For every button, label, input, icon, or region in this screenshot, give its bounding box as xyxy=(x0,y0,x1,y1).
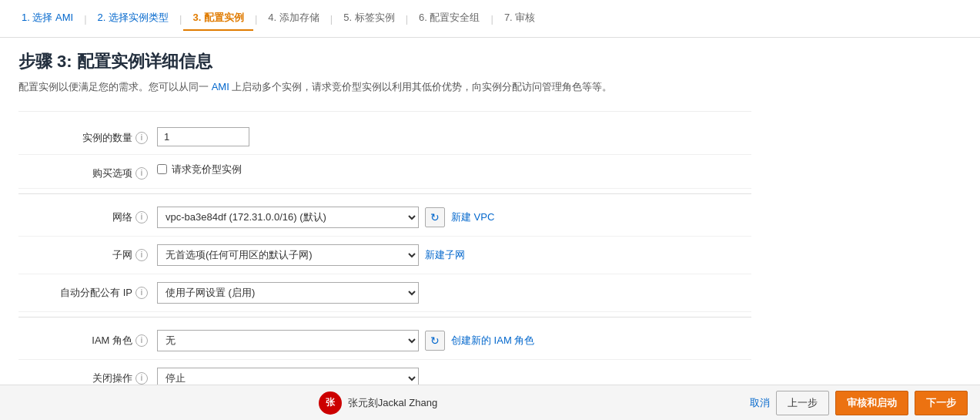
network-info-icon[interactable]: i xyxy=(135,211,148,223)
section-divider xyxy=(18,193,751,194)
iam-role-select[interactable]: 无 xyxy=(157,330,419,351)
page-title: 步骤 3: 配置实例详细信息 xyxy=(18,50,751,73)
instance-count-info-icon[interactable]: i xyxy=(135,132,148,144)
purchase-option-label: 购买选项 i xyxy=(18,163,157,180)
review-launch-button[interactable]: 审核和启动 xyxy=(835,391,908,415)
subnet-select[interactable]: 无首选项(任何可用区的默认子网) xyxy=(157,244,419,266)
instance-count-label: 实例的数量 i xyxy=(18,127,157,145)
step-7[interactable]: 7. 审核 xyxy=(495,6,544,31)
new-vpc-link[interactable]: 新建 VPC xyxy=(451,210,494,224)
auto-assign-ip-info-icon[interactable]: i xyxy=(135,287,148,299)
step-5[interactable]: 5. 标签实例 xyxy=(334,6,403,31)
configure-form: 实例的数量 i 购买选项 i 请求竞价型实例 xyxy=(18,111,751,420)
step-sep-6: | xyxy=(489,13,494,25)
instance-count-row: 实例的数量 i xyxy=(18,119,751,155)
shutdown-behavior-info-icon[interactable]: i xyxy=(135,372,148,385)
user-info-section: 张 张元刻Jackal Zhang xyxy=(319,391,437,415)
user-name: 张元刻Jackal Zhang xyxy=(348,396,437,410)
step-2[interactable]: 2. 选择实例类型 xyxy=(89,6,178,31)
subnet-info-icon[interactable]: i xyxy=(135,249,148,261)
subnet-row: 子网 i 无首选项(任何可用区的默认子网) 新建子网 xyxy=(18,237,751,274)
next-button[interactable]: 下一步 xyxy=(915,391,968,415)
network-refresh-button[interactable]: ↻ xyxy=(425,207,445,227)
instance-count-input[interactable] xyxy=(157,127,249,146)
cancel-button[interactable]: 取消 xyxy=(750,396,770,410)
auto-assign-ip-label: 自动分配公有 IP i xyxy=(18,282,157,300)
prev-button[interactable]: 上一步 xyxy=(776,391,829,415)
subnet-controls: 无首选项(任何可用区的默认子网) 新建子网 xyxy=(157,244,751,266)
purchase-option-controls: 请求竞价型实例 xyxy=(157,163,751,176)
step-sep-1: | xyxy=(82,13,88,25)
network-controls: vpc-ba3e84df (172.31.0.0/16) (默认) ↻ 新建 V… xyxy=(157,207,751,228)
page-content: 步骤 3: 配置实例详细信息 配置实例以便满足您的需求。您可以从同一 AMI 上… xyxy=(0,38,770,420)
step-3[interactable]: 3. 配置实例 xyxy=(183,6,253,31)
steps-navigation: 1. 选择 AMI | 2. 选择实例类型 | 3. 配置实例 | 4. 添加存… xyxy=(0,0,980,38)
instance-count-controls xyxy=(157,127,751,146)
step-1[interactable]: 1. 选择 AMI xyxy=(12,6,82,31)
step-6[interactable]: 6. 配置安全组 xyxy=(410,6,489,31)
avatar: 张 xyxy=(319,391,342,415)
new-iam-role-link[interactable]: 创建新的 IAM 角色 xyxy=(451,334,534,348)
step-sep-2: | xyxy=(178,13,183,25)
subnet-label: 子网 i xyxy=(18,244,157,262)
iam-role-controls: 无 ↻ 创建新的 IAM 角色 xyxy=(157,330,751,351)
network-row: 网络 i vpc-ba3e84df (172.31.0.0/16) (默认) ↻… xyxy=(18,199,751,237)
step-4[interactable]: 4. 添加存储 xyxy=(259,6,328,31)
ami-link[interactable]: AMI xyxy=(212,81,229,92)
purchase-option-info-icon[interactable]: i xyxy=(135,167,148,180)
shutdown-behavior-label: 关闭操作 i xyxy=(18,368,157,385)
bottom-bar: 张 张元刻Jackal Zhang 取消 上一步 审核和启动 下一步 xyxy=(0,385,980,420)
step-sep-3: | xyxy=(253,13,259,25)
iam-role-row: IAM 角色 i 无 ↻ 创建新的 IAM 角色 xyxy=(18,322,751,360)
purchase-option-row: 购买选项 i 请求竞价型实例 xyxy=(18,155,751,189)
network-select[interactable]: vpc-ba3e84df (172.31.0.0/16) (默认) xyxy=(157,207,419,228)
auto-assign-ip-select[interactable]: 使用子网设置 (启用) xyxy=(157,282,419,304)
page-description: 配置实例以便满足您的需求。您可以从同一 AMI 上启动多个实例，请求竞价型实例以… xyxy=(18,79,751,96)
spot-instance-checkbox-label[interactable]: 请求竞价型实例 xyxy=(157,163,242,176)
auto-assign-ip-controls: 使用子网设置 (启用) xyxy=(157,282,751,304)
new-subnet-link[interactable]: 新建子网 xyxy=(425,248,465,262)
iam-role-refresh-button[interactable]: ↻ xyxy=(425,331,445,351)
step-sep-5: | xyxy=(404,13,410,25)
iam-role-info-icon[interactable]: i xyxy=(135,334,148,347)
section-divider-2 xyxy=(18,317,751,318)
spot-instance-checkbox[interactable] xyxy=(157,164,167,174)
auto-assign-ip-row: 自动分配公有 IP i 使用子网设置 (启用) xyxy=(18,274,751,312)
iam-role-label: IAM 角色 i xyxy=(18,330,157,348)
step-sep-4: | xyxy=(329,13,334,25)
network-label: 网络 i xyxy=(18,207,157,224)
